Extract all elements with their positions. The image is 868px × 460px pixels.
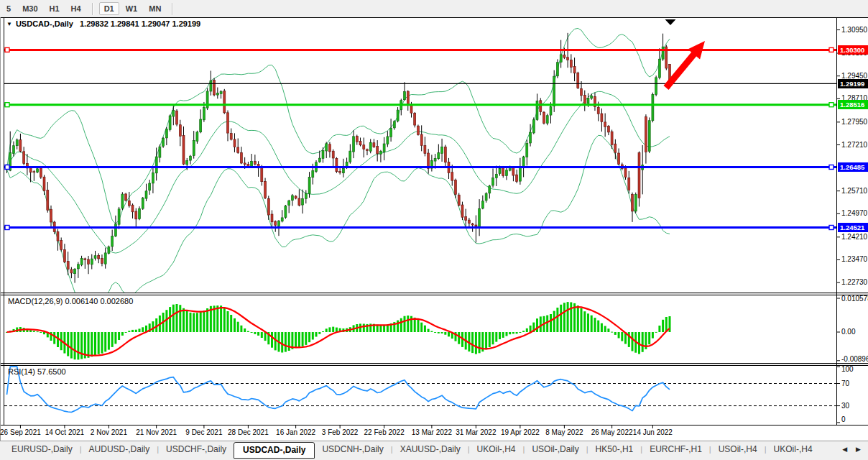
- date-axis-value: 31 Mar 2022: [456, 428, 496, 436]
- line-handle[interactable]: [5, 47, 9, 52]
- tabs-scroll-left-icon[interactable]: ◀: [842, 446, 847, 453]
- date-axis-value: 26 Sep 2021: [0, 428, 41, 436]
- toolbar-separator: [92, 3, 93, 15]
- chart-collapse-icon[interactable]: ▼: [6, 21, 12, 27]
- price-axis-value: 1.24210: [841, 233, 867, 241]
- macd-signal-line: [7, 307, 670, 356]
- price-level-badge: 1.28516: [838, 100, 868, 109]
- price-axis-value: 1.30950: [841, 26, 867, 34]
- symbol-tab-eurchf-h1[interactable]: EURCHF-,H1: [642, 442, 709, 457]
- price-axis-value: 1.27210: [841, 141, 867, 149]
- bollinger-bands: [7, 28, 670, 307]
- date-axis-value: 16 Jan 2022: [276, 428, 315, 436]
- price-level-badge: 1.30300: [838, 45, 868, 55]
- timeframe-button-h4[interactable]: H4: [66, 2, 86, 15]
- date-axis-value: 14 Jun 2022: [633, 428, 673, 436]
- price-level-badge: 1.29199: [838, 79, 868, 88]
- timeframe-button-m30[interactable]: M30: [17, 2, 42, 15]
- line-handle[interactable]: [829, 226, 834, 230]
- trend-arrow-annotation[interactable]: [666, 41, 705, 88]
- symbol-tab-eurusd-daily[interactable]: EURUSD-,Daily: [4, 442, 80, 457]
- rsi-indicator-label: RSI(14) 57.6500: [8, 367, 66, 376]
- rsi-line: [7, 367, 670, 412]
- line-handle[interactable]: [829, 103, 834, 107]
- date-axis-value: 13 Mar 2022: [412, 428, 452, 436]
- macd-axis-value: -0.00896: [841, 355, 868, 363]
- timeframe-button-mn[interactable]: MN: [144, 2, 166, 15]
- timeframe-button-h1[interactable]: H1: [45, 2, 65, 15]
- macd-indicator-label: MACD(12,26,9) 0.006140 0.002680: [8, 297, 133, 305]
- chart-title: ▼ USDCAD-,Daily 1.29832 1.29841 1.29047 …: [6, 19, 200, 28]
- timeframe-button-w1[interactable]: W1: [121, 2, 143, 15]
- price-axis-value: 1.23470: [841, 255, 867, 263]
- date-axis-value: 28 Dec 2021: [228, 428, 269, 436]
- symbol-tab-usdchf-daily[interactable]: USDCHF-,Daily: [159, 442, 234, 457]
- rsi-axis-value: 100: [841, 365, 854, 373]
- date-axis-value: 8 May 2022: [545, 428, 583, 436]
- macd-axis-value: 0.00: [841, 328, 855, 336]
- date-axis-value: 26 May 2022: [591, 428, 633, 436]
- symbol-tab-xauusd-daily[interactable]: XAUUSD-,Daily: [393, 442, 468, 457]
- date-axis-value: 21 Nov 2021: [136, 428, 177, 436]
- mt4-chart-window: 5M30H1H4D1W1MN ▼ USDCAD-,Daily 1.29832 1…: [0, 0, 868, 460]
- symbol-tab-audusd-daily[interactable]: AUDUSD-,Daily: [82, 442, 157, 457]
- macd-axis-value: 0.010578: [841, 295, 868, 303]
- timeframe-button-5[interactable]: 5: [1, 2, 16, 15]
- date-axis-value: 19 Apr 2022: [501, 428, 540, 436]
- timeframe-button-d1[interactable]: D1: [99, 2, 119, 15]
- price-level-badge: 1.26485: [838, 162, 868, 172]
- symbol-tab-bar: EURUSD-,Daily|AUDUSD-,Daily|USDCHF-,Dail…: [0, 441, 868, 460]
- line-handle[interactable]: [5, 103, 9, 107]
- symbol-tab-usdcnh-daily[interactable]: USDCNH-,Daily: [315, 442, 390, 457]
- date-axis-value: 2 Nov 2021: [91, 428, 127, 436]
- symbol-tab-usoil-h4[interactable]: USOil-,H4: [711, 442, 765, 457]
- date-axis-value: 22 Feb 2022: [364, 428, 405, 436]
- rsi-axis-value: 70: [841, 380, 849, 387]
- rsi-axis-value: 0: [841, 415, 846, 423]
- symbol-tab-ukoil-h4[interactable]: UKOil-,H4: [767, 442, 820, 457]
- symbol-tab-usoil-daily[interactable]: USOil-,Daily: [525, 442, 586, 457]
- symbol-tab-ukoil-h4[interactable]: UKOil-,H4: [470, 442, 523, 457]
- support-resistance-lines: [4, 47, 836, 229]
- date-axis-value: 3 Feb 2022: [322, 428, 359, 436]
- line-handle[interactable]: [829, 47, 834, 52]
- rsi-axis-value: 30: [841, 402, 849, 410]
- date-axis-value: 14 Oct 2021: [45, 428, 84, 436]
- macd-histogram: [6, 302, 671, 359]
- timeframe-toolbar: 5M30H1H4D1W1MN: [0, 0, 868, 17]
- price-axis-value: 1.24970: [841, 209, 867, 217]
- line-handle[interactable]: [829, 165, 834, 170]
- candlesticks-layer: [6, 33, 671, 283]
- line-handle[interactable]: [5, 165, 9, 170]
- chart-canvas[interactable]: [0, 0, 868, 460]
- tabs-scroll-right-icon[interactable]: ▶: [856, 446, 861, 453]
- price-axis-value: 1.27950: [841, 118, 867, 126]
- price-level-badge: 1.24521: [838, 223, 868, 232]
- symbol-period-label: USDCAD-,Daily: [16, 19, 73, 28]
- chart-shift-marker[interactable]: [665, 19, 676, 25]
- symbol-tab-hk50-h1[interactable]: HK50-,H1: [588, 442, 641, 457]
- toolbar-separator: [172, 3, 173, 15]
- ohlc-quote-values: 1.29832 1.29841 1.29047 1.29199: [80, 19, 200, 28]
- symbol-tab-usdcad-daily[interactable]: USDCAD-,Daily: [234, 442, 315, 459]
- price-axis-value: 1.25710: [841, 187, 867, 195]
- line-handle[interactable]: [5, 226, 9, 230]
- date-axis-value: 9 Dec 2021: [185, 428, 222, 436]
- price-axis-value: 1.22730: [841, 278, 867, 286]
